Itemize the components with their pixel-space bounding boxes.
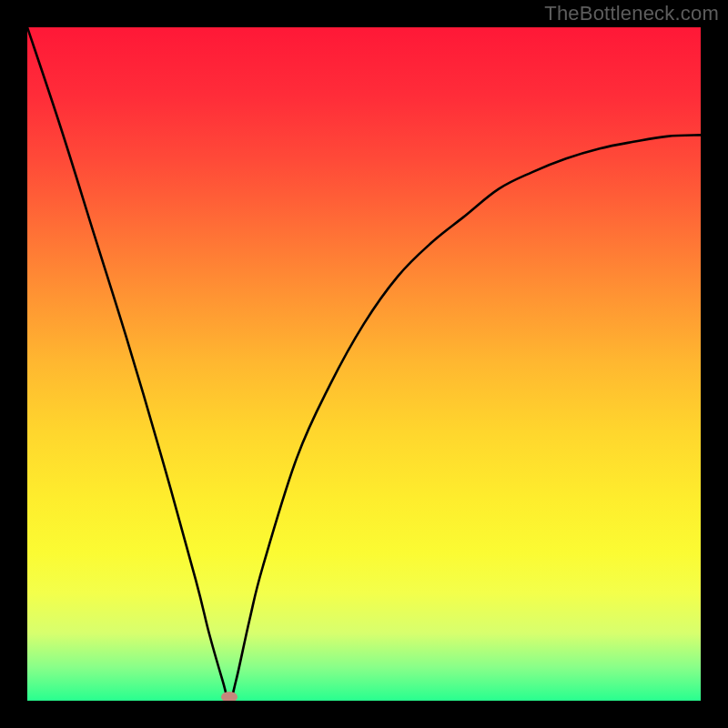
watermark-text: TheBottleneck.com	[544, 2, 719, 25]
chart-svg	[27, 27, 701, 701]
chart-frame: TheBottleneck.com	[0, 0, 728, 728]
chart-background	[27, 27, 701, 701]
bottleneck-chart	[27, 27, 701, 701]
